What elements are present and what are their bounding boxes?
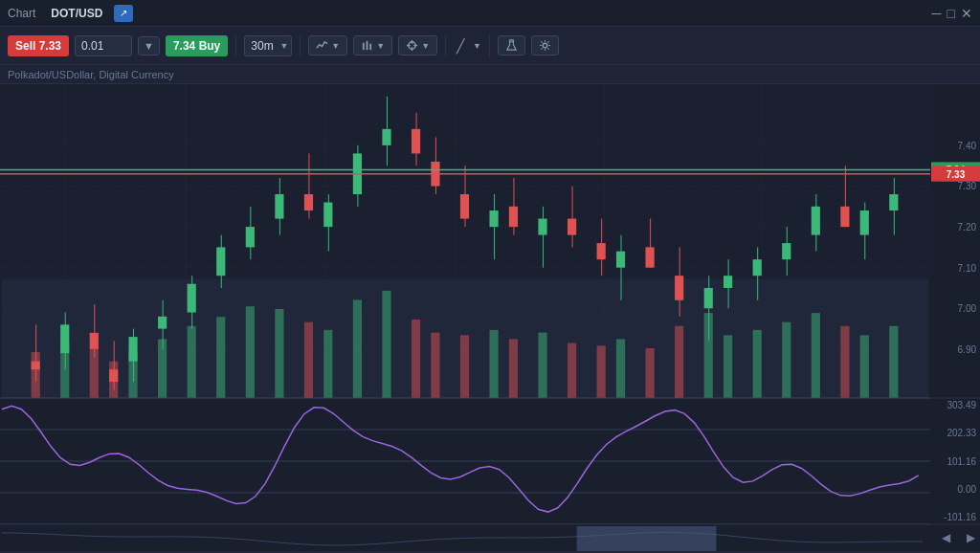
svg-rect-1 <box>367 41 368 50</box>
symbol-icon: ↗ <box>114 5 133 22</box>
minimize-button[interactable]: ─ <box>932 6 942 21</box>
close-button[interactable]: ✕ <box>961 6 972 21</box>
toolbar-separator-4 <box>489 34 490 57</box>
crosshair-button[interactable]: ▼ <box>398 35 437 55</box>
symbol-display: DOT/USD <box>51 7 102 20</box>
maximize-button[interactable]: □ <box>947 6 955 21</box>
timeframe-select[interactable]: 30m 1m 5m 15m 1h 4h 1D <box>244 35 292 56</box>
window-controls: ─ □ ✕ <box>932 6 972 21</box>
toolbar-separator-1 <box>235 34 236 57</box>
svg-point-9 <box>543 43 547 48</box>
sell-button[interactable]: Sell 7.33 <box>8 35 69 56</box>
svg-rect-0 <box>363 43 365 50</box>
main-content <box>0 84 980 553</box>
flask-button[interactable] <box>498 35 525 55</box>
toolbar: Sell 7.33 ▼ 7.34 Buy 30m 1m 5m 15m 1h 4h… <box>0 27 980 65</box>
price-input[interactable] <box>75 35 132 56</box>
buy-button[interactable]: 7.34 Buy <box>166 35 228 56</box>
toolbar-separator-3 <box>445 34 446 57</box>
chart-label: Chart <box>8 7 35 20</box>
timeframe-wrapper: 30m 1m 5m 15m 1h 4h 1D ▼ <box>244 35 292 56</box>
toolbar-separator-2 <box>300 34 301 57</box>
chart-type-button[interactable]: ▼ <box>353 35 392 55</box>
price-dropdown[interactable]: ▼ <box>138 36 160 55</box>
subtitle: Polkadot/USDollar, Digital Currency <box>0 65 980 84</box>
settings-button[interactable] <box>531 35 559 55</box>
indicators-button[interactable]: ▼ <box>308 35 347 55</box>
title-bar: Chart DOT/USD ↗ ─ □ ✕ <box>0 0 980 27</box>
draw-dropdown[interactable]: ▼ <box>473 41 481 51</box>
chart-canvas[interactable] <box>0 84 980 553</box>
draw-tool[interactable]: ╱ <box>454 35 467 56</box>
svg-rect-2 <box>370 44 372 51</box>
